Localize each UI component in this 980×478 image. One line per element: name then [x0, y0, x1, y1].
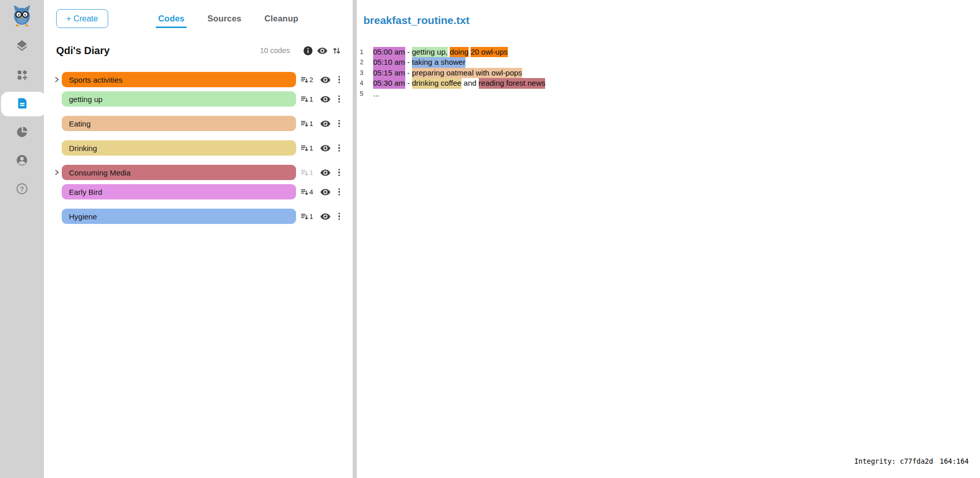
kebab-menu-icon[interactable]	[337, 168, 341, 177]
text-line: 5 ...	[360, 89, 980, 99]
line-number: 3	[360, 68, 365, 78]
eye-icon[interactable]	[320, 167, 331, 178]
code-count: 1	[309, 95, 313, 103]
codes-panel: + Create Codes Sources Cleanup Qdi's Dia…	[44, 0, 353, 478]
code-count-group: 1	[300, 168, 316, 177]
segments-count-icon	[300, 95, 309, 104]
app-window: ? + Create Codes Sources Cleanup Qdi's D…	[0, 0, 980, 478]
sidebar-item-layers[interactable]	[0, 33, 44, 61]
document-text: 1 05:00 am - getting up, doing 20 owl-up…	[360, 47, 980, 99]
code-row-icons: 2	[300, 74, 341, 85]
line-content[interactable]: 05:15 am - preparing oatmeal with owl-po…	[373, 68, 522, 78]
toolbar: + Create Codes Sources Cleanup	[44, 9, 353, 28]
code-row: Sports activities 2	[53, 72, 353, 87]
code-label: Consuming Media	[69, 168, 131, 177]
line-content[interactable]: 05:30 am - drinking coffee and reading f…	[373, 78, 545, 88]
eye-icon[interactable]	[320, 211, 331, 222]
codes-count-label: 10 codes	[260, 46, 290, 55]
sidebar: ?	[0, 0, 44, 478]
plain-segment: -	[405, 47, 412, 56]
line-content[interactable]: 05:10 am - taking a shower	[373, 57, 465, 67]
kebab-menu-icon[interactable]	[337, 187, 341, 196]
plain-segment: and	[461, 79, 478, 87]
cursor-position: 164:164	[940, 457, 969, 465]
codes-header: Qdi's Diary 10 codes	[56, 45, 341, 56]
code-row-icons: 4	[300, 187, 341, 197]
create-button[interactable]: + Create	[56, 9, 108, 28]
expand-chevron-icon[interactable]	[53, 76, 62, 83]
segments-count-icon	[300, 119, 309, 128]
eye-icon[interactable]	[320, 143, 331, 154]
code-count: 4	[309, 188, 313, 196]
sidebar-item-account[interactable]	[0, 147, 44, 175]
tab-codes[interactable]: Codes	[158, 14, 184, 23]
code-row: Eating 1	[53, 116, 353, 131]
help-icon: ?	[15, 182, 29, 197]
line-content[interactable]: ...	[373, 89, 380, 99]
segments-count-icon	[300, 76, 309, 84]
coded-segment: drinking coffee	[412, 78, 461, 88]
kebab-menu-icon[interactable]	[337, 143, 341, 153]
coded-segment: 05:10 am	[373, 57, 405, 67]
code-label: Eating	[69, 119, 91, 128]
code-bar[interactable]: Eating	[62, 116, 296, 131]
code-bar[interactable]: Sports activities	[62, 72, 296, 87]
code-bar[interactable]: Drinking	[62, 140, 296, 156]
eye-icon[interactable]	[320, 94, 331, 105]
segments-count-icon	[300, 144, 309, 153]
kebab-menu-icon[interactable]	[337, 119, 341, 128]
code-bar[interactable]: Early Bird	[62, 184, 296, 199]
kebab-menu-icon[interactable]	[337, 94, 341, 104]
panel-splitter[interactable]	[353, 0, 357, 478]
eye-icon[interactable]	[320, 118, 331, 129]
coded-segment: 20 owl-ups	[471, 47, 508, 57]
kebab-menu-icon[interactable]	[337, 212, 341, 221]
tab-cleanup[interactable]: Cleanup	[264, 14, 299, 23]
code-row-icons: 1	[300, 143, 341, 154]
line-content[interactable]: 05:00 am - getting up, doing 20 owl-ups	[373, 47, 508, 57]
code-bar[interactable]: getting up	[62, 91, 296, 107]
eye-icon[interactable]	[317, 45, 328, 56]
sidebar-item-add-modules[interactable]	[0, 61, 44, 90]
grid-add-icon	[16, 68, 29, 83]
coded-segment: preparing oatmeal with owl-pops	[412, 68, 522, 78]
expand-chevron-icon[interactable]	[53, 169, 62, 176]
code-row: Consuming Media 1	[53, 165, 353, 180]
code-label: Sports activities	[69, 76, 122, 84]
info-icon[interactable]	[303, 46, 313, 56]
code-count-group: 1	[300, 119, 316, 128]
sort-arrows-icon[interactable]	[332, 46, 341, 56]
line-number: 2	[360, 57, 365, 67]
document-panel: breakfast_routine.txt 1 05:00 am - getti…	[357, 0, 980, 478]
code-count: 1	[309, 213, 313, 220]
code-count: 1	[309, 120, 313, 128]
code-bar[interactable]: Consuming Media	[62, 165, 296, 180]
code-count-group: 1	[300, 95, 316, 104]
segments-count-icon	[300, 168, 309, 177]
code-count-group: 2	[300, 76, 316, 84]
code-row-icons: 1	[300, 118, 341, 129]
code-row: Drinking 1	[53, 140, 353, 156]
sidebar-item-reports[interactable]	[0, 118, 44, 147]
code-label: Hygiene	[69, 212, 97, 221]
code-count: 1	[309, 144, 313, 152]
code-count: 2	[309, 76, 313, 84]
code-bar[interactable]: Hygiene	[62, 209, 296, 224]
sidebar-item-documents[interactable]	[0, 90, 44, 118]
coded-segment: 05:15 am	[373, 68, 405, 78]
plain-segment: -	[405, 68, 412, 77]
tab-sources[interactable]: Sources	[207, 14, 241, 23]
code-list: Sports activities 2 gettin	[44, 72, 353, 224]
account-icon	[15, 154, 29, 169]
coded-segment: 05:30 am	[373, 78, 405, 88]
eye-icon[interactable]	[320, 187, 331, 197]
status-bar: Integrity: c77fda2d 164:164	[854, 457, 969, 465]
coded-segment: 05:00 am	[373, 47, 405, 57]
kebab-menu-icon[interactable]	[337, 75, 341, 84]
coded-segment: reading forest news	[479, 78, 546, 88]
code-row-icons: 1	[300, 167, 341, 178]
eye-icon[interactable]	[320, 74, 331, 85]
owl-logo-icon	[10, 4, 34, 29]
code-label: Early Bird	[69, 188, 102, 196]
sidebar-item-help[interactable]: ?	[0, 175, 44, 204]
